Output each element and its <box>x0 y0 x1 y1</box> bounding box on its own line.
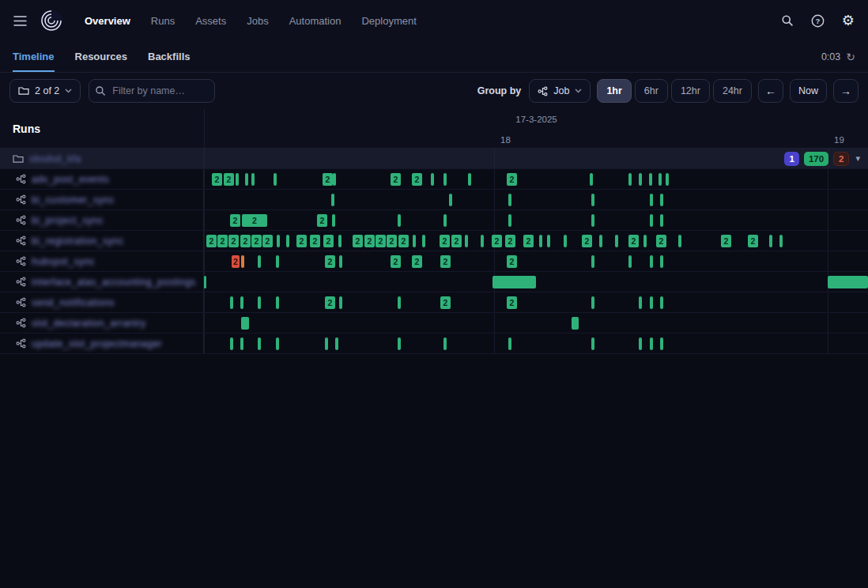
group-by-selector[interactable]: Job <box>529 79 591 103</box>
run-row-label[interactable]: bi_project_sync <box>0 210 204 230</box>
run-bar[interactable]: 2 <box>748 235 758 247</box>
run-bar[interactable] <box>492 276 536 288</box>
run-bar[interactable] <box>649 173 652 186</box>
run-bar[interactable] <box>335 337 338 350</box>
run-bar[interactable]: 2 <box>224 173 234 186</box>
run-bar[interactable] <box>599 235 602 247</box>
run-bar[interactable] <box>422 235 425 247</box>
run-bar[interactable]: 2 <box>507 173 517 186</box>
run-bar[interactable] <box>828 276 868 288</box>
run-bar[interactable] <box>650 194 653 206</box>
run-bar[interactable] <box>245 173 248 186</box>
run-bar[interactable] <box>508 337 511 350</box>
filter-input[interactable] <box>89 79 215 103</box>
run-bar[interactable] <box>639 337 642 350</box>
run-bar[interactable] <box>564 235 567 247</box>
run-bar[interactable]: 2 <box>523 235 534 247</box>
run-bar[interactable] <box>678 235 681 247</box>
run-bar[interactable] <box>276 296 279 309</box>
run-bar[interactable] <box>241 255 244 268</box>
next-page-button[interactable]: → <box>833 79 859 103</box>
run-bar[interactable]: 2 <box>364 235 375 247</box>
run-bar[interactable] <box>650 255 653 268</box>
run-bar[interactable] <box>539 235 542 247</box>
run-bar[interactable] <box>660 337 663 350</box>
help-button[interactable]: ? <box>809 12 827 30</box>
run-bar[interactable]: 2 <box>628 235 639 247</box>
run-bar[interactable] <box>591 194 594 206</box>
badge-success[interactable]: 170 <box>804 152 828 166</box>
run-bar[interactable]: 2 <box>325 255 335 268</box>
run-bar[interactable] <box>643 235 647 247</box>
run-bar[interactable] <box>413 235 416 247</box>
prev-page-button[interactable]: ← <box>758 79 783 103</box>
run-bar[interactable]: 2 <box>206 235 217 247</box>
run-bar[interactable]: 2 <box>228 235 239 247</box>
nav-item-assets[interactable]: Assets <box>195 15 226 27</box>
run-bar[interactable] <box>339 296 342 309</box>
run-row-label[interactable]: bi_registration_sync <box>0 231 204 251</box>
badge-failed[interactable]: 2 <box>833 152 849 166</box>
run-bar[interactable] <box>650 214 653 227</box>
nav-item-automation[interactable]: Automation <box>289 15 342 27</box>
run-bar[interactable]: 2 <box>240 235 251 247</box>
run-row-label[interactable]: adv_post_events <box>0 169 204 189</box>
run-bar[interactable] <box>628 255 632 268</box>
run-bar[interactable] <box>481 235 484 247</box>
run-bar[interactable] <box>508 194 511 206</box>
run-bar[interactable] <box>591 337 594 350</box>
run-row-label[interactable]: bi_customer_sync <box>0 190 204 209</box>
run-bar[interactable] <box>443 173 447 186</box>
run-bar[interactable]: 2 <box>230 214 240 227</box>
scope-selector[interactable]: 2 of 2 <box>9 79 81 103</box>
run-bar[interactable] <box>332 214 335 227</box>
run-bar[interactable] <box>331 194 334 206</box>
run-bar[interactable] <box>660 214 663 227</box>
run-bar[interactable]: 2 <box>492 235 502 247</box>
run-bar[interactable] <box>639 173 642 186</box>
run-row-label[interactable]: send_notifications <box>0 292 204 312</box>
run-bar[interactable] <box>258 296 261 309</box>
run-bar[interactable] <box>276 255 279 268</box>
run-row-label[interactable]: hubspot_sync <box>0 251 204 271</box>
search-button[interactable] <box>779 12 796 29</box>
range-button-24hr[interactable]: 24hr <box>713 79 752 103</box>
run-bar[interactable] <box>204 276 206 288</box>
range-button-6hr[interactable]: 6hr <box>635 79 668 103</box>
run-bar[interactable] <box>650 337 653 350</box>
run-bar[interactable]: 2 <box>353 235 363 247</box>
run-bar[interactable] <box>666 173 669 186</box>
run-bar[interactable]: 2 <box>310 235 320 247</box>
run-bar[interactable] <box>443 214 447 227</box>
nav-item-overview[interactable]: Overview <box>85 15 130 27</box>
run-bar[interactable]: 2 <box>212 173 222 186</box>
run-bar[interactable]: 2 <box>242 214 267 227</box>
dagster-logo[interactable] <box>39 8 64 33</box>
run-bar[interactable] <box>590 173 593 186</box>
badge-inprogress[interactable]: 1 <box>784 152 798 166</box>
range-button-1hr[interactable]: 1hr <box>597 79 631 103</box>
run-bar[interactable]: 2 <box>387 235 397 247</box>
run-bar[interactable] <box>508 214 511 227</box>
run-bar[interactable] <box>659 173 662 186</box>
run-bar[interactable] <box>769 235 772 247</box>
run-bar[interactable]: 2 <box>440 255 451 268</box>
tab-resources[interactable]: Resources <box>75 41 127 72</box>
run-bar[interactable]: 2 <box>262 235 273 247</box>
now-button[interactable]: Now <box>790 79 827 103</box>
run-bar[interactable] <box>258 255 261 268</box>
run-bar[interactable] <box>276 337 279 350</box>
run-bar[interactable] <box>277 235 280 247</box>
run-bar[interactable] <box>274 173 277 186</box>
run-bar[interactable] <box>240 337 243 350</box>
run-bar[interactable]: 2 <box>391 173 401 186</box>
run-bar[interactable] <box>591 296 594 309</box>
nav-item-deployment[interactable]: Deployment <box>361 15 416 27</box>
run-bar[interactable]: 2 <box>232 255 240 268</box>
run-bar[interactable]: 2 <box>317 214 327 227</box>
run-bar[interactable] <box>615 235 618 247</box>
run-bar[interactable] <box>465 235 468 247</box>
run-group-label[interactable]: sbsdsd_kfa <box>0 149 204 168</box>
run-bar[interactable] <box>398 214 401 227</box>
run-bar[interactable] <box>591 214 594 227</box>
